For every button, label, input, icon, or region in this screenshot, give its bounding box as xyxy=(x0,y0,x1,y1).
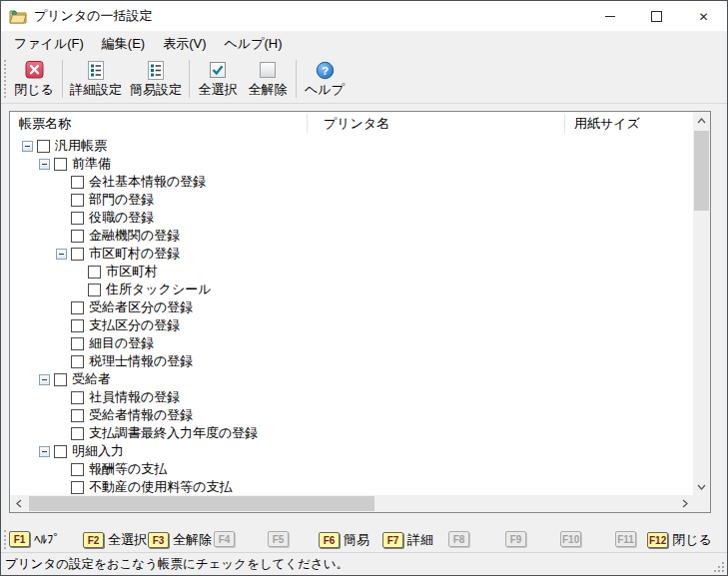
row-checkbox[interactable] xyxy=(71,463,84,476)
fkey-f7[interactable]: F7詳細 xyxy=(382,531,433,549)
fkey-f11: F11 xyxy=(615,531,636,547)
row-checkbox[interactable] xyxy=(88,266,101,279)
column-header-form-name[interactable]: 帳票名称 xyxy=(10,112,308,135)
scrollbar-corner xyxy=(693,495,710,512)
collapse-toggle-icon[interactable] xyxy=(22,141,33,152)
tree-row[interactable]: 前準備 xyxy=(10,155,693,173)
tree-row[interactable]: 不動産の使用料等の支払 xyxy=(10,478,693,495)
row-indent xyxy=(10,164,39,165)
tree-row[interactable]: 汎用帳票 xyxy=(10,137,693,155)
fkey-f12[interactable]: F12閉じる xyxy=(647,531,712,549)
row-checkbox[interactable] xyxy=(71,391,84,404)
toolbar-button-label: 簡易設定 xyxy=(130,81,182,99)
row-checkbox[interactable] xyxy=(71,481,84,494)
deselect-all-icon xyxy=(259,60,277,80)
fkey-label: 閉じる xyxy=(672,531,712,549)
toolbar-button-label: 全解除 xyxy=(249,81,288,99)
vertical-scroll-thumb[interactable] xyxy=(694,131,709,211)
scroll-left-button[interactable] xyxy=(10,495,27,512)
tree-row[interactable]: 市区町村の登録 xyxy=(10,245,693,263)
toolbar-button-close[interactable]: 閉じる xyxy=(9,58,59,101)
menu-item-help[interactable]: ヘルプ(H) xyxy=(216,31,292,57)
column-header-printer-name[interactable]: プリンタ名 xyxy=(308,112,565,135)
tree-row[interactable]: 社員情報の登録 xyxy=(10,388,693,406)
maximize-button[interactable] xyxy=(633,1,680,31)
select-all-icon xyxy=(209,60,227,80)
column-header-paper-size[interactable]: 用紙サイズ xyxy=(565,112,695,135)
horizontal-scroll-thumb[interactable] xyxy=(29,496,374,511)
fkey-f1[interactable]: F1ﾍﾙﾌﾟ xyxy=(9,531,60,547)
vertical-scrollbar xyxy=(693,112,710,495)
toolbar-button-deselect-all[interactable]: 全解除 xyxy=(243,58,293,101)
tree-row[interactable]: 金融機関の登録 xyxy=(10,227,693,245)
row-label: 金融機関の登録 xyxy=(89,227,180,245)
tree-row[interactable]: 受給者情報の登録 xyxy=(10,406,693,424)
row-checkbox[interactable] xyxy=(71,427,84,440)
tree-row[interactable]: 受給者 xyxy=(10,370,693,388)
toolbar-button-select-all[interactable]: 全選択 xyxy=(193,58,243,101)
collapse-toggle-icon[interactable] xyxy=(39,446,50,457)
fkey-badge: F6 xyxy=(319,532,340,548)
row-checkbox[interactable] xyxy=(71,409,84,422)
form-tree: 汎用帳票前準備会社基本情報の登録部門の登録役職の登録金融機関の登録市区町村の登録… xyxy=(10,135,693,495)
form-list-panel: 帳票名称プリンタ名用紙サイズ 汎用帳票前準備会社基本情報の登録部門の登録役職の登… xyxy=(9,111,711,513)
row-indent xyxy=(10,415,56,416)
row-checkbox[interactable] xyxy=(54,445,67,458)
row-indent xyxy=(10,487,56,488)
row-checkbox[interactable] xyxy=(54,158,67,171)
menu-item-file[interactable]: ファイル(F) xyxy=(5,31,93,57)
fkey-f6[interactable]: F6簡易 xyxy=(319,531,369,549)
tree-row[interactable]: 明細入力 xyxy=(10,442,693,460)
tree-row[interactable]: 部門の登録 xyxy=(10,191,693,209)
fkey-f2[interactable]: F2全選択 xyxy=(83,531,147,549)
horizontal-scrollbar xyxy=(10,495,693,512)
toolbar-button-simple-settings[interactable]: 簡易設定 xyxy=(126,58,186,101)
tree-row[interactable]: 住所タックシール xyxy=(10,281,693,298)
toolbar-button-detail-settings[interactable]: 詳細設定 xyxy=(66,58,126,101)
toolbar-button-help[interactable]: ?ヘルプ xyxy=(300,58,350,101)
row-checkbox[interactable] xyxy=(71,337,84,350)
menu-item-edit[interactable]: 編集(E) xyxy=(93,31,154,57)
tree-row[interactable]: 報酬等の支払 xyxy=(10,460,693,478)
tree-row[interactable]: 会社基本情報の登録 xyxy=(10,173,693,191)
row-checkbox[interactable] xyxy=(88,284,101,296)
row-checkbox[interactable] xyxy=(71,194,84,207)
resize-grip[interactable] xyxy=(714,562,724,572)
scroll-up-button[interactable] xyxy=(693,112,710,129)
menu-item-view[interactable]: 表示(V) xyxy=(154,31,215,57)
fkey-badge: F12 xyxy=(647,532,668,548)
row-indent xyxy=(10,307,56,308)
row-checkbox[interactable] xyxy=(71,212,84,225)
tree-row[interactable]: 役職の登録 xyxy=(10,209,693,227)
toolbar-grip[interactable] xyxy=(4,60,6,98)
minimize-button[interactable] xyxy=(586,1,633,31)
row-checkbox[interactable] xyxy=(54,373,67,386)
tree-row[interactable]: 支払区分の登録 xyxy=(10,316,693,334)
tree-row[interactable]: 細目の登録 xyxy=(10,334,693,352)
function-bar-grip[interactable] xyxy=(4,530,6,549)
row-checkbox[interactable] xyxy=(71,230,84,243)
fkey-f5: F5 xyxy=(268,531,289,547)
row-checkbox[interactable] xyxy=(71,319,84,332)
tree-row[interactable]: 市区町村 xyxy=(10,263,693,281)
row-checkbox[interactable] xyxy=(71,301,84,314)
fkey-badge: F3 xyxy=(148,532,169,548)
fkey-f3[interactable]: F3全解除 xyxy=(148,531,212,549)
tree-row[interactable]: 支払調書最終入力年度の登録 xyxy=(10,424,693,442)
row-label: 市区町村の登録 xyxy=(89,245,180,263)
row-checkbox[interactable] xyxy=(71,355,84,368)
scroll-right-button[interactable] xyxy=(676,495,693,512)
fkey-label: 全解除 xyxy=(173,531,212,549)
tree-row[interactable]: 税理士情報の登録 xyxy=(10,352,693,370)
scroll-down-button[interactable] xyxy=(693,478,710,495)
close-window-button[interactable] xyxy=(680,1,727,31)
collapse-toggle-icon[interactable] xyxy=(39,159,50,170)
collapse-toggle-icon[interactable] xyxy=(39,374,50,385)
row-checkbox[interactable] xyxy=(71,248,84,261)
row-checkbox[interactable] xyxy=(37,140,50,153)
row-indent xyxy=(10,289,73,290)
row-indent xyxy=(10,182,56,183)
row-checkbox[interactable] xyxy=(71,176,84,189)
tree-row[interactable]: 受給者区分の登録 xyxy=(10,298,693,316)
collapse-toggle-icon[interactable] xyxy=(56,249,67,260)
